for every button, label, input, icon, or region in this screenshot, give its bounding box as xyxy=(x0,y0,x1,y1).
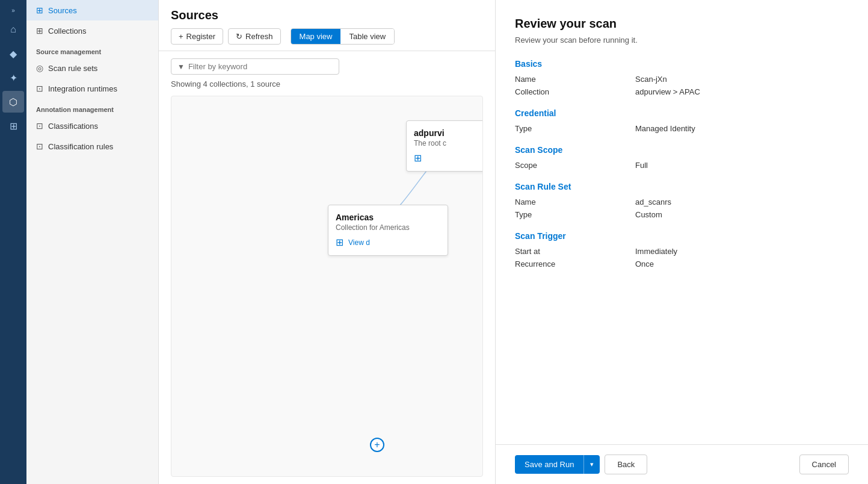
basics-name-row: Name Scan-jXn xyxy=(515,75,849,84)
filter-bar: ▼ xyxy=(159,51,495,75)
americas-card: Americas Collection for Americas ⊞ View … xyxy=(328,205,448,256)
scan-rule-icon: ◎ xyxy=(36,63,43,73)
sidebar-item-sources[interactable]: ⊞ Sources xyxy=(26,0,158,20)
source-management-label: Source management xyxy=(26,41,158,58)
register-icon: + xyxy=(179,32,183,41)
review-panel-body: Review your scan Review your scan before… xyxy=(496,0,868,444)
review-panel: Review your scan Review your scan before… xyxy=(495,0,868,484)
scan-trigger-section-title: Scan Trigger xyxy=(515,231,849,241)
collections-icon: ⊞ xyxy=(36,26,43,36)
classifications-icon: ⊡ xyxy=(36,121,43,131)
register-button[interactable]: + Register xyxy=(171,28,223,45)
sources-icon: ⊞ xyxy=(36,5,43,15)
insights-icon[interactable]: ✦ xyxy=(2,67,24,88)
filter-icon: ▼ xyxy=(177,63,185,71)
filter-input-container[interactable]: ▼ xyxy=(171,58,339,75)
save-and-run-button[interactable]: Save and Run ▾ xyxy=(515,455,600,474)
review-section-scan-scope: Scan Scope Scope Full xyxy=(515,145,849,170)
review-subtitle: Review your scan before running it. xyxy=(515,36,849,45)
scan-rule-set-name-value: ad_scanrs xyxy=(635,197,671,206)
adpurview-card-actions: ⊞ xyxy=(414,152,483,164)
credential-section-title: Credential xyxy=(515,108,849,118)
count-label: Showing 4 collections, 1 source xyxy=(159,75,495,88)
adpurview-grid-icon[interactable]: ⊞ xyxy=(414,152,422,164)
save-run-dropdown-icon[interactable]: ▾ xyxy=(584,456,600,473)
basics-collection-label: Collection xyxy=(515,87,635,96)
adpurview-card-title: adpurvi xyxy=(414,128,483,138)
view-toggle: Map view Table view xyxy=(291,28,395,45)
sidebar-collections-label: Collections xyxy=(48,26,87,36)
scan-rule-set-name-row: Name ad_scanrs xyxy=(515,197,849,206)
adpurview-card: adpurvi The root c ⊞ xyxy=(406,120,483,172)
basics-section-title: Basics xyxy=(515,59,849,69)
page-title: Sources xyxy=(171,8,483,22)
icon-rail: » ⌂ ◆ ✦ ⬡ ⊞ xyxy=(0,0,26,484)
map-area: adpurvi The root c ⊞ Americas Collection… xyxy=(171,96,483,477)
sidebar-scan-rule-label: Scan rule sets xyxy=(48,64,97,73)
scan-rule-set-type-row: Type Custom xyxy=(515,210,849,219)
sidebar-item-integration-runtimes[interactable]: ⊡ Integration runtimes xyxy=(26,78,158,99)
americas-view-link[interactable]: View d xyxy=(348,238,370,247)
scan-rule-set-section-title: Scan Rule Set xyxy=(515,182,849,191)
scan-scope-row: Scope Full xyxy=(515,161,849,170)
refresh-button[interactable]: ↻ Refresh xyxy=(228,28,281,45)
scan-rule-set-type-label: Type xyxy=(515,210,635,219)
americas-card-subtitle: Collection for Americas xyxy=(336,223,440,232)
review-section-credential: Credential Type Managed Identity xyxy=(515,108,849,133)
sidebar-sources-label: Sources xyxy=(48,6,77,15)
review-footer: Save and Run ▾ Back Cancel xyxy=(496,444,868,484)
toolbar: + Register ↻ Refresh Map view Table view xyxy=(171,28,483,45)
sidebar: ⊞ Sources ⊞ Collections Source managemen… xyxy=(26,0,159,484)
filter-input[interactable] xyxy=(188,62,333,71)
scan-rule-set-name-label: Name xyxy=(515,197,635,206)
save-and-run-label: Save and Run xyxy=(515,455,583,474)
credential-type-value: Managed Identity xyxy=(635,124,695,133)
scan-rule-set-type-value: Custom xyxy=(635,210,662,219)
review-section-scan-rule-set: Scan Rule Set Name ad_scanrs Type Custom xyxy=(515,182,849,219)
basics-collection-value: adpurview > APAC xyxy=(635,87,700,96)
scan-trigger-start-row: Start at Immediately xyxy=(515,247,849,256)
add-button[interactable]: + xyxy=(370,438,384,452)
review-section-basics: Basics Name Scan-jXn Collection adpurvie… xyxy=(515,59,849,96)
sidebar-classifications-label: Classifications xyxy=(48,122,98,131)
basics-name-value: Scan-jXn xyxy=(635,75,667,84)
scan-trigger-start-label: Start at xyxy=(515,247,635,256)
main-content: Sources + Register ↻ Refresh Map view Ta… xyxy=(159,0,495,484)
americas-grid-icon[interactable]: ⊞ xyxy=(336,237,343,248)
scan-scope-value: Full xyxy=(635,161,648,170)
table-view-button[interactable]: Table view xyxy=(340,29,394,44)
sidebar-integration-label: Integration runtimes xyxy=(48,84,117,93)
expand-icon[interactable]: » xyxy=(9,5,17,16)
register-label: Register xyxy=(186,32,215,41)
scan-trigger-recurrence-label: Recurrence xyxy=(515,259,635,268)
scan-trigger-start-value: Immediately xyxy=(635,247,677,256)
classification-rules-icon: ⊡ xyxy=(36,141,43,151)
basics-name-label: Name xyxy=(515,75,635,84)
sidebar-item-classifications[interactable]: ⊡ Classifications xyxy=(26,116,158,136)
review-section-scan-trigger: Scan Trigger Start at Immediately Recurr… xyxy=(515,231,849,268)
annotation-management-label: Annotation management xyxy=(26,99,158,116)
basics-collection-row: Collection adpurview > APAC xyxy=(515,87,849,96)
americas-card-title: Americas xyxy=(336,213,440,222)
data-catalog-icon[interactable]: ⊞ xyxy=(2,115,24,137)
scan-scope-section-title: Scan Scope xyxy=(515,145,849,155)
home-icon[interactable]: ⌂ xyxy=(2,19,24,40)
data-map-icon[interactable]: ⬡ xyxy=(2,91,24,113)
sidebar-classification-rules-label: Classification rules xyxy=(48,142,113,151)
glossary-icon[interactable]: ◆ xyxy=(2,43,24,64)
credential-type-row: Type Managed Identity xyxy=(515,124,849,133)
refresh-label: Refresh xyxy=(245,32,273,41)
back-button[interactable]: Back xyxy=(605,455,647,474)
integration-icon: ⊡ xyxy=(36,84,43,93)
cancel-button[interactable]: Cancel xyxy=(799,455,849,474)
map-view-button[interactable]: Map view xyxy=(291,29,341,44)
americas-card-actions: ⊞ View d xyxy=(336,237,440,248)
review-title: Review your scan xyxy=(515,17,849,31)
scan-trigger-recurrence-value: Once xyxy=(635,259,654,268)
sidebar-item-classification-rules[interactable]: ⊡ Classification rules xyxy=(26,136,158,157)
main-header: Sources + Register ↻ Refresh Map view Ta… xyxy=(159,0,495,51)
scan-trigger-recurrence-row: Recurrence Once xyxy=(515,259,849,268)
sidebar-item-scan-rule-sets[interactable]: ◎ Scan rule sets xyxy=(26,58,158,78)
adpurview-card-subtitle: The root c xyxy=(414,139,483,147)
sidebar-item-collections[interactable]: ⊞ Collections xyxy=(26,20,158,41)
